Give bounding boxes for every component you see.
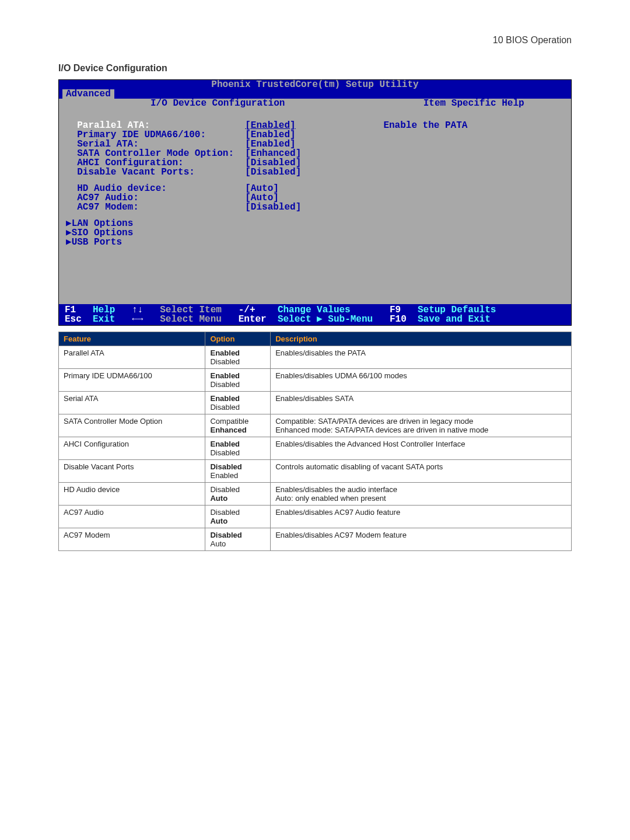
description-cell: Enables/disables SATA: [271, 392, 572, 414]
bios-settings-pane: Parallel ATA: [Enabled] Primary IDE UDMA…: [59, 117, 376, 304]
table-row: Primary IDE UDMA66/100EnabledDisabledEna…: [59, 369, 572, 392]
feature-cell: SATA Controller Mode Option: [59, 414, 205, 437]
description-cell: Controls automatic disabling of vacant S…: [271, 460, 572, 483]
feature-cell: Primary IDE UDMA66/100: [59, 369, 205, 392]
bios-setting-row[interactable]: Parallel ATA: [Enabled]: [66, 121, 369, 130]
table-row: AC97 AudioDisabledAutoEnables/disables A…: [59, 506, 572, 528]
description-cell: Enables/disables the Advanced Host Contr…: [271, 437, 572, 460]
feature-cell: Disable Vacant Ports: [59, 460, 205, 483]
chapter-header: 10 BIOS Operation: [58, 35, 572, 46]
table-row: AHCI ConfigurationEnabledDisabledEnables…: [59, 437, 572, 460]
description-cell: Enables/disables the PATA: [271, 346, 572, 369]
description-cell: Enables/disables AC97 Modem feature: [271, 528, 572, 551]
option-cell: CompatibleEnhanced: [205, 414, 271, 437]
feature-table: FeatureOptionDescription Parallel ATAEna…: [58, 332, 572, 551]
table-header: Option: [205, 332, 271, 346]
bios-subtitles: I/O Device Configuration Item Specific H…: [59, 99, 571, 108]
option-cell: DisabledAuto: [205, 506, 271, 528]
bios-setting-row[interactable]: Serial ATA: [Enabled]: [66, 140, 369, 149]
table-row: Parallel ATAEnabledDisabledEnables/disab…: [59, 346, 572, 369]
option-cell: DisabledAuto: [205, 483, 271, 506]
option-cell: EnabledDisabled: [205, 369, 271, 392]
bios-help-text: Enable the PATA: [383, 121, 564, 130]
description-cell: Enables/disables the audio interface Aut…: [271, 483, 572, 506]
bios-left-title: I/O Device Configuration: [59, 99, 376, 108]
feature-cell: AHCI Configuration: [59, 437, 205, 460]
table-row: Serial ATAEnabledDisabledEnables/disable…: [59, 392, 572, 414]
bios-setting-row[interactable]: AC97 Audio: [Auto]: [66, 193, 369, 203]
description-cell: Compatible: SATA/PATA devices are driven…: [271, 414, 572, 437]
table-header: Feature: [59, 332, 205, 346]
option-cell: DisabledEnabled: [205, 460, 271, 483]
bios-right-title: Item Specific Help: [376, 99, 571, 108]
bios-tabs: Advanced: [59, 89, 571, 99]
description-cell: Enables/disables UDMA 66/100 modes: [271, 369, 572, 392]
bios-setting-row[interactable]: AHCI Configuration: [Disabled]: [66, 158, 369, 168]
table-row: Disable Vacant PortsDisabledEnabledContr…: [59, 460, 572, 483]
bios-setting-row[interactable]: HD Audio device: [Auto]: [66, 184, 369, 193]
table-row: HD Audio deviceDisabledAutoEnables/disab…: [59, 483, 572, 506]
bios-submenu-item[interactable]: SIO Options: [66, 228, 369, 238]
table-header: Description: [271, 332, 572, 346]
bios-title: Phoenix TrustedCore(tm) Setup Utility: [59, 80, 571, 89]
bios-setting-row[interactable]: SATA Controller Mode Option: [Enhanced]: [66, 149, 369, 158]
feature-cell: AC97 Audio: [59, 506, 205, 528]
bios-screenshot: Phoenix TrustedCore(tm) Setup Utility Ad…: [58, 79, 572, 326]
feature-cell: Serial ATA: [59, 392, 205, 414]
feature-cell: HD Audio device: [59, 483, 205, 506]
bios-footer: F1 Help ↑↓ Select Item -/+ Change Values…: [59, 304, 571, 325]
option-cell: EnabledDisabled: [205, 392, 271, 414]
section-title: I/O Device Configuration: [58, 63, 572, 74]
bios-submenu-item[interactable]: USB Ports: [66, 238, 369, 247]
feature-cell: Parallel ATA: [59, 346, 205, 369]
option-cell: EnabledDisabled: [205, 346, 271, 369]
bios-setting-row[interactable]: AC97 Modem: [Disabled]: [66, 203, 369, 212]
bios-tab-advanced[interactable]: Advanced: [62, 89, 114, 99]
table-row: SATA Controller Mode OptionCompatibleEnh…: [59, 414, 572, 437]
bios-setting-row[interactable]: Disable Vacant Ports: [Disabled]: [66, 168, 369, 177]
bios-help-pane: Enable the PATA: [376, 117, 571, 304]
feature-cell: AC97 Modem: [59, 528, 205, 551]
bios-submenu-item[interactable]: LAN Options: [66, 219, 369, 228]
description-cell: Enables/disables AC97 Audio feature: [271, 506, 572, 528]
option-cell: EnabledDisabled: [205, 437, 271, 460]
table-row: AC97 ModemDisabledAutoEnables/disables A…: [59, 528, 572, 551]
bios-setting-row[interactable]: Primary IDE UDMA66/100: [Enabled]: [66, 130, 369, 140]
option-cell: DisabledAuto: [205, 528, 271, 551]
